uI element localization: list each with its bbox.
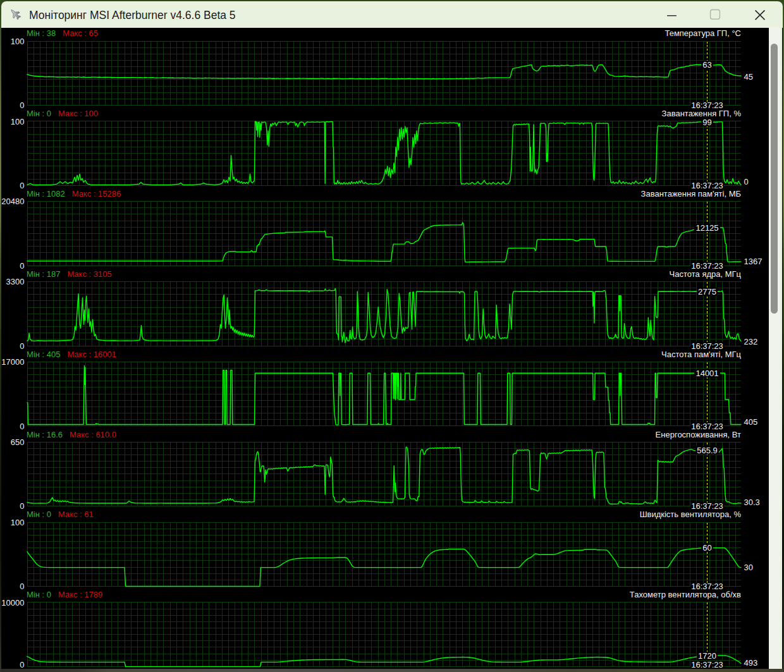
svg-text:0: 0 xyxy=(744,177,749,186)
svg-text:63: 63 xyxy=(702,60,711,70)
svg-text:Швидкість вентилятора, %: Швидкість вентилятора, % xyxy=(640,510,742,519)
svg-text:14001: 14001 xyxy=(695,369,718,378)
svg-text:Температура ГП, °C: Температура ГП, °C xyxy=(665,28,741,38)
svg-text:Частота пам'яті, МГц: Частота пам'яті, МГц xyxy=(661,350,741,359)
svg-text:650: 650 xyxy=(11,437,25,447)
svg-text:Мін : 187: Мін : 187 xyxy=(27,269,60,279)
svg-text:Мін : 405: Мін : 405 xyxy=(27,350,60,359)
svg-text:12125: 12125 xyxy=(695,223,718,233)
svg-text:Макс : 100: Макс : 100 xyxy=(58,109,98,118)
svg-text:Макс : 3105: Макс : 3105 xyxy=(67,269,111,279)
svg-text:0: 0 xyxy=(20,261,24,271)
svg-text:20480: 20480 xyxy=(1,197,24,206)
svg-text:405: 405 xyxy=(744,417,758,427)
svg-text:0: 0 xyxy=(20,422,24,431)
svg-text:1367: 1367 xyxy=(744,257,763,266)
svg-text:1720: 1720 xyxy=(698,651,716,661)
svg-text:Мін : 0: Мін : 0 xyxy=(27,510,51,519)
svg-text:3300: 3300 xyxy=(6,277,25,286)
svg-text:100: 100 xyxy=(11,518,25,527)
svg-text:99: 99 xyxy=(702,118,711,127)
svg-text:0: 0 xyxy=(20,582,24,591)
svg-text:2775: 2775 xyxy=(698,287,716,296)
svg-text:Макс : 65: Макс : 65 xyxy=(63,28,98,38)
svg-text:Макс : 15286: Макс : 15286 xyxy=(72,189,121,199)
svg-text:0: 0 xyxy=(20,101,24,110)
svg-text:493: 493 xyxy=(744,658,758,668)
svg-text:Мін : 0: Мін : 0 xyxy=(27,590,51,599)
svg-text:10000: 10000 xyxy=(1,598,24,608)
svg-text:Мін : 0: Мін : 0 xyxy=(27,109,51,118)
svg-text:Завантаження ГП, %: Завантаження ГП, % xyxy=(662,109,742,118)
svg-text:Макс : 610.0: Макс : 610.0 xyxy=(70,430,116,439)
svg-text:100: 100 xyxy=(11,117,25,126)
svg-text:Макс : 61: Макс : 61 xyxy=(58,510,94,519)
svg-text:45: 45 xyxy=(744,72,753,82)
svg-text:0: 0 xyxy=(20,501,24,511)
svg-text:60: 60 xyxy=(702,543,711,553)
svg-text:Мін : 38: Мін : 38 xyxy=(27,28,56,38)
svg-text:30: 30 xyxy=(744,563,753,572)
svg-text:Мін : 16.6: Мін : 16.6 xyxy=(27,430,63,439)
svg-text:17000: 17000 xyxy=(1,357,24,367)
svg-text:0: 0 xyxy=(20,181,24,190)
svg-text:Мін : 1082: Мін : 1082 xyxy=(27,189,65,199)
svg-text:Тахометр вентилятора, об/хв: Тахометр вентилятора, об/хв xyxy=(630,590,741,599)
svg-text:Макс : 16001: Макс : 16001 xyxy=(67,350,116,359)
svg-text:0: 0 xyxy=(20,341,24,351)
svg-text:30.3: 30.3 xyxy=(744,498,760,507)
svg-text:Завантаження пам'яті, МБ: Завантаження пам'яті, МБ xyxy=(641,189,741,199)
svg-text:565.9: 565.9 xyxy=(697,446,718,455)
svg-text:100: 100 xyxy=(11,37,25,46)
svg-text:232: 232 xyxy=(744,337,758,346)
svg-text:Частота ядра, МГц: Частота ядра, МГц xyxy=(670,269,742,279)
svg-text:Макс : 1789: Макс : 1789 xyxy=(58,590,102,599)
svg-text:Енергоспоживання, Вт: Енергоспоживання, Вт xyxy=(656,430,741,439)
